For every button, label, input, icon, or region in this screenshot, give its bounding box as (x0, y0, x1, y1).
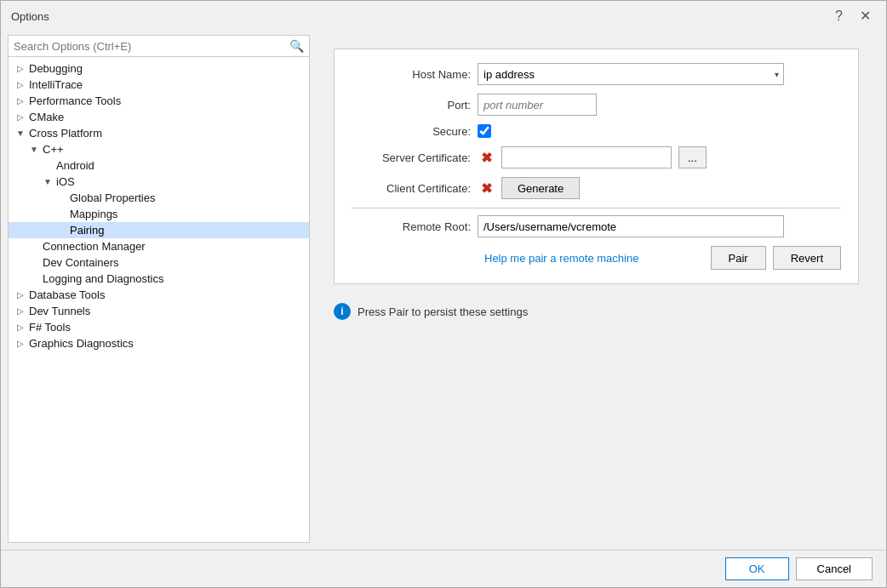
tree-item-database-tools[interactable]: ▷Database Tools (9, 287, 309, 303)
bottom-bar: OK Cancel (1, 550, 886, 587)
tree-item-fsharp-tools[interactable]: ▷F# Tools (9, 319, 309, 335)
tree-item-intellitrace[interactable]: ▷IntelliTrace (9, 77, 309, 93)
tree-label-graphics-diagnostics: Graphics Diagnostics (29, 337, 134, 350)
revert-button[interactable]: Revert (773, 246, 841, 270)
tree-item-logging-diagnostics[interactable]: Logging and Diagnostics (9, 271, 309, 287)
client-cert-error-icon: ✖ (478, 180, 495, 197)
server-cert-label: Server Certificate: (352, 151, 471, 164)
tree-label-logging-diagnostics: Logging and Diagnostics (43, 272, 163, 285)
tree-item-dev-tunnels[interactable]: ▷Dev Tunnels (9, 303, 309, 319)
tree-label-connection-manager: Connection Manager (43, 240, 146, 253)
secure-checkbox-wrap (478, 124, 491, 138)
tree-label-cpp: C++ (43, 143, 64, 156)
tree-item-ios[interactable]: ▼iOS (9, 174, 309, 190)
secure-checkbox[interactable] (478, 124, 491, 138)
expand-icon-cross-platform: ▼ (15, 128, 26, 138)
secure-row: Secure: (352, 124, 841, 138)
generate-button[interactable]: Generate (501, 177, 580, 199)
form-section: Host Name: ▾ Port: Secure: (334, 49, 859, 284)
tree-item-cmake[interactable]: ▷CMake (9, 109, 309, 125)
cancel-button[interactable]: Cancel (796, 557, 873, 580)
info-icon: i (334, 303, 351, 320)
search-input[interactable] (14, 40, 286, 53)
tree: ▷Debugging▷IntelliTrace▷Performance Tool… (9, 57, 309, 542)
expand-icon-cpp: ▼ (29, 145, 39, 154)
expand-icon-cmake: ▷ (15, 112, 26, 122)
options-dialog: Options ? ✕ 🔍 ▷Debugging▷IntelliTrace▷Pe… (0, 0, 887, 588)
server-cert-browse-button[interactable]: ... (678, 146, 707, 168)
title-bar-controls: ? ✕ (830, 8, 876, 25)
info-message: Press Pair to persist these settings (358, 305, 528, 318)
tree-item-mappings[interactable]: Mappings (9, 206, 309, 222)
tree-label-android: Android (56, 159, 94, 172)
server-cert-row: Server Certificate: ✖ ... (352, 146, 841, 168)
tree-item-performance-tools[interactable]: ▷Performance Tools (9, 93, 309, 109)
server-cert-input[interactable] (501, 146, 672, 168)
expand-icon-fsharp-tools: ▷ (15, 323, 26, 332)
tree-item-cross-platform[interactable]: ▼Cross Platform (9, 125, 309, 141)
expand-icon-debugging: ▷ (15, 64, 26, 73)
client-cert-label: Client Certificate: (352, 182, 471, 195)
tree-label-database-tools: Database Tools (29, 288, 105, 301)
help-pair-link[interactable]: Help me pair a remote machine (484, 252, 638, 265)
ok-button[interactable]: OK (725, 557, 789, 580)
help-button[interactable]: ? (830, 8, 848, 25)
client-cert-row: Client Certificate: ✖ Generate (352, 177, 841, 199)
expand-icon-ios: ▼ (43, 177, 53, 186)
tree-label-dev-containers: Dev Containers (43, 256, 119, 269)
port-input[interactable] (478, 94, 597, 116)
pair-button[interactable]: Pair (711, 246, 766, 270)
left-panel: 🔍 ▷Debugging▷IntelliTrace▷Performance To… (8, 35, 310, 543)
tree-label-dev-tunnels: Dev Tunnels (29, 305, 90, 317)
main-content: 🔍 ▷Debugging▷IntelliTrace▷Performance To… (1, 31, 886, 550)
host-name-label: Host Name: (352, 68, 471, 81)
tree-label-ios: iOS (56, 175, 75, 188)
right-panel: Host Name: ▾ Port: Secure: (313, 35, 879, 543)
tree-label-fsharp-tools: F# Tools (29, 321, 71, 334)
tree-label-performance-tools: Performance Tools (29, 94, 121, 107)
close-button[interactable]: ✕ (855, 8, 876, 25)
tree-item-android[interactable]: Android (9, 157, 309, 174)
title-bar: Options ? ✕ (1, 1, 886, 31)
expand-icon-intellitrace: ▷ (15, 80, 26, 89)
search-icon: 🔍 (289, 39, 304, 53)
server-cert-error-icon: ✖ (478, 150, 495, 166)
expand-icon-dev-tunnels: ▷ (15, 306, 26, 316)
expand-icon-graphics-diagnostics: ▷ (15, 339, 26, 348)
divider (352, 208, 841, 208)
actions-row: Help me pair a remote machine Pair Rever… (352, 246, 841, 270)
tree-label-mappings: Mappings (70, 208, 117, 220)
tree-label-cross-platform: Cross Platform (29, 127, 102, 140)
remote-root-input[interactable] (478, 215, 784, 237)
host-name-input[interactable] (478, 63, 784, 85)
remote-root-row: Remote Root: (352, 215, 841, 237)
port-label: Port: (352, 99, 471, 111)
tree-item-debugging[interactable]: ▷Debugging (9, 60, 309, 77)
expand-icon-database-tools: ▷ (15, 290, 26, 300)
tree-label-intellitrace: IntelliTrace (29, 78, 83, 91)
tree-label-debugging: Debugging (29, 62, 83, 75)
hostname-wrap: ▾ (478, 63, 784, 85)
tree-label-cmake: CMake (29, 111, 64, 123)
dialog-title: Options (11, 10, 49, 23)
tree-item-pairing[interactable]: Pairing (9, 222, 309, 238)
search-box: 🔍 (9, 36, 309, 57)
tree-item-connection-manager[interactable]: Connection Manager (9, 238, 309, 254)
expand-icon-performance-tools: ▷ (15, 96, 26, 106)
port-row: Port: (352, 94, 841, 116)
info-row: i Press Pair to persist these settings (334, 294, 859, 320)
tree-label-global-properties: Global Properties (70, 191, 155, 204)
tree-item-dev-containers[interactable]: Dev Containers (9, 254, 309, 271)
tree-item-global-properties[interactable]: Global Properties (9, 190, 309, 206)
host-name-row: Host Name: ▾ (352, 63, 841, 85)
tree-item-graphics-diagnostics[interactable]: ▷Graphics Diagnostics (9, 335, 309, 351)
secure-label: Secure: (352, 125, 471, 138)
tree-label-pairing: Pairing (70, 224, 104, 237)
tree-item-cpp[interactable]: ▼C++ (9, 141, 309, 157)
remote-root-label: Remote Root: (352, 220, 471, 233)
